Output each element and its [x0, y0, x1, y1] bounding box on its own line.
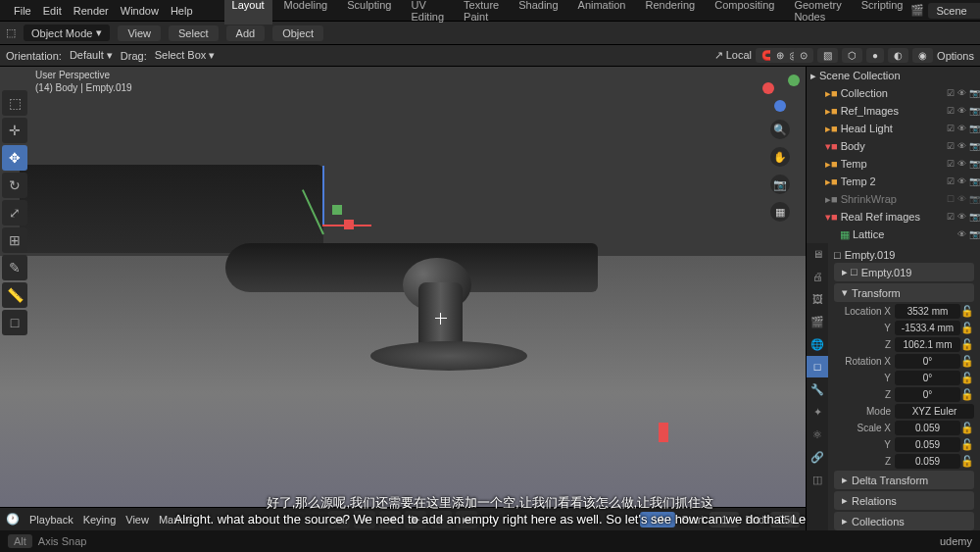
shading-solid-icon[interactable]: ● [866, 48, 884, 63]
ws-tab-anim[interactable]: Animation [570, 0, 634, 25]
render-icon[interactable]: 📷 [969, 176, 980, 186]
tool-rotate-icon[interactable]: ↻ [2, 173, 27, 198]
tool-select-icon[interactable]: ⬚ [2, 90, 27, 116]
menu-file[interactable]: File [14, 5, 31, 17]
outliner-item[interactable]: ▸■Temp☑👁📷 [807, 155, 980, 173]
exclude-icon[interactable]: ☐ [947, 194, 955, 204]
nav-x-icon[interactable] [762, 82, 774, 94]
render-icon[interactable]: 📷 [969, 194, 980, 204]
lock-icon[interactable]: 🔓 [960, 422, 974, 434]
rot-y-field[interactable]: 0° [895, 371, 960, 385]
shading-render-icon[interactable]: ◉ [912, 48, 933, 63]
ptab-render-icon[interactable]: 🖥 [807, 243, 828, 265]
ws-tab-uv[interactable]: UV Editing [403, 0, 452, 25]
pan-icon[interactable]: ✋ [770, 147, 790, 167]
ptab-particle-icon[interactable]: ✦ [807, 401, 828, 423]
mode-dropdown[interactable]: Object Mode ▾ [24, 25, 110, 41]
outliner-scene-root[interactable]: ▸ Scene Collection [807, 67, 980, 84]
outliner-item[interactable]: ▸■Temp 2☑👁📷 [807, 173, 980, 190]
ptab-constraint-icon[interactable]: 🔗 [807, 446, 828, 468]
timeline-marker[interactable]: Marker [159, 514, 192, 526]
exclude-icon[interactable]: ☑ [947, 176, 955, 186]
ptab-world-icon[interactable]: 🌐 [807, 333, 828, 355]
menu-object[interactable]: Object [272, 25, 323, 41]
scene-name-field[interactable]: Scene [928, 3, 980, 19]
persp-toggle-icon[interactable]: ▦ [770, 202, 790, 222]
outliner-item[interactable]: ▾■Body☑👁📷 [807, 137, 980, 155]
nav-z-icon[interactable] [774, 100, 786, 112]
ws-tab-geo[interactable]: Geometry Nodes [786, 0, 849, 25]
loc-x-field[interactable]: 3532 mm [895, 304, 960, 319]
tool-transform-icon[interactable]: ⊞ [2, 227, 27, 253]
outliner-item[interactable]: ▸■ShrinkWrap☐👁📷 [807, 190, 980, 208]
exclude-icon[interactable]: ☑ [947, 141, 955, 151]
end-frame-field[interactable]: 250 [770, 512, 800, 527]
tool-scale-icon[interactable]: ⤢ [2, 200, 27, 226]
exclude-icon[interactable]: ☑ [947, 88, 955, 98]
tool-addcube-icon[interactable]: □ [2, 310, 27, 335]
plane-x-handle[interactable] [344, 220, 354, 229]
menu-window[interactable]: Window [121, 5, 159, 17]
exclude-icon[interactable]: ☑ [947, 159, 955, 169]
render-icon[interactable]: 📷 [969, 229, 980, 239]
outliner-item[interactable]: ▸■Ref_Images☑👁📷 [807, 102, 980, 120]
eye-icon[interactable]: 👁 [957, 106, 966, 116]
play-reverse-icon[interactable]: ◀ [379, 511, 401, 528]
menu-help[interactable]: Help [171, 5, 193, 17]
outliner[interactable]: ▸ Scene Collection ▸■Collection☑👁📷 ▸■Ref… [807, 67, 980, 243]
eye-icon[interactable]: 👁 [957, 194, 966, 204]
exclude-icon[interactable]: ☑ [947, 124, 955, 133]
render-icon[interactable]: 📷 [969, 141, 980, 151]
lock-icon[interactable]: 🔓 [960, 438, 974, 451]
lock-icon[interactable]: 🔓 [960, 338, 974, 351]
jump-start-icon[interactable]: ⏮ [328, 511, 350, 528]
ws-tab-script[interactable]: Scripting [854, 0, 911, 25]
ws-tab-layout[interactable]: Layout [224, 0, 272, 25]
loc-y-field[interactable]: -1533.4 mm [895, 321, 960, 335]
menu-edit[interactable]: Edit [43, 5, 62, 17]
ptab-modifier-icon[interactable]: 🔧 [807, 378, 828, 400]
ptab-output-icon[interactable]: 🖨 [807, 266, 828, 287]
options-dropdown[interactable]: Options [937, 50, 974, 62]
keyframe-next-icon[interactable]: ▸ [430, 511, 452, 528]
zoom-icon[interactable]: 🔍 [770, 120, 790, 139]
ptab-viewlayer-icon[interactable]: 🖼 [807, 288, 828, 310]
rot-x-field[interactable]: 0° [895, 354, 960, 369]
ws-tab-texpaint[interactable]: Texture Paint [456, 0, 507, 25]
eye-icon[interactable]: 👁 [957, 176, 966, 186]
loc-z-field[interactable]: 1062.1 mm [895, 337, 960, 352]
axis-z-icon[interactable] [322, 166, 324, 225]
3d-viewport[interactable]: User Perspective (14) Body | Empty.019 ⬚… [0, 67, 806, 530]
nav-y-icon[interactable] [788, 75, 800, 86]
exclude-icon[interactable]: ☑ [947, 106, 955, 116]
outliner-item[interactable]: ▸■Head Light☑👁📷 [807, 120, 980, 137]
tool-move-icon[interactable]: ✥ [2, 145, 27, 171]
menu-view[interactable]: View [118, 25, 161, 41]
object-name-field[interactable]: Empty.019 [845, 249, 896, 261]
tool-measure-icon[interactable]: 📏 [2, 282, 27, 308]
menu-select[interactable]: Select [169, 25, 219, 41]
scale-y-field[interactable]: 0.059 [895, 437, 960, 452]
shading-matprev-icon[interactable]: ◐ [888, 48, 908, 63]
plane-y-handle[interactable] [332, 205, 342, 215]
lock-icon[interactable]: 🔓 [960, 305, 974, 318]
ptab-scene-icon[interactable]: 🎬 [807, 311, 828, 332]
camera-toggle-icon[interactable]: 📷 [770, 175, 790, 194]
outliner-item[interactable]: ▸■Collection☑👁📷 [807, 84, 980, 102]
jump-end-icon[interactable]: ⏭ [456, 511, 477, 528]
xray-icon[interactable]: ▧ [817, 48, 838, 63]
keyframe-prev-icon[interactable]: ◂ [354, 511, 375, 528]
render-icon[interactable]: 📷 [969, 88, 980, 98]
timeline-view[interactable]: View [125, 514, 149, 526]
eye-icon[interactable]: 👁 [957, 124, 966, 133]
eye-icon[interactable]: 👁 [957, 159, 966, 169]
render-icon[interactable]: 📷 [969, 212, 980, 222]
scale-z-field[interactable]: 0.059 [895, 454, 960, 469]
tool-cursor-icon[interactable]: ✛ [2, 118, 27, 143]
start-frame-field[interactable]: 1 [710, 512, 739, 527]
render-icon[interactable]: 📷 [969, 106, 980, 116]
ws-tab-sculpting[interactable]: Sculpting [339, 0, 399, 25]
object-name-row[interactable]: ▸ □Empty.019 [834, 263, 974, 281]
menu-add[interactable]: Add [226, 25, 266, 41]
eye-icon[interactable]: 👁 [957, 212, 966, 222]
